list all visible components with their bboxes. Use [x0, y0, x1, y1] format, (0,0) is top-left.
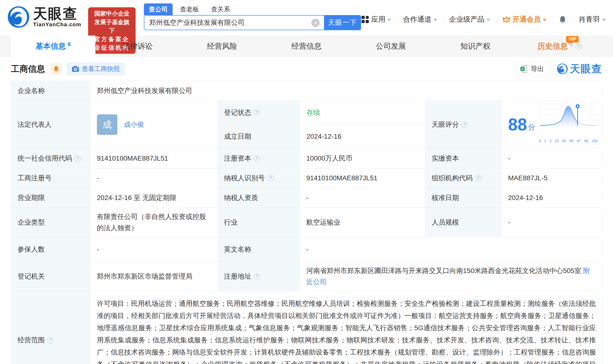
logo-title: 天眼查 — [33, 6, 81, 21]
reg-address-label: 注册地址 ? — [217, 262, 300, 291]
business-scope-value: 许可项目：民用机场运营；通用航空服务；民用航空器维修；民用航空维修人员培训；检验… — [90, 291, 602, 364]
monitor-bell-button[interactable] — [50, 63, 62, 75]
business-term-label: 营业期限 — [11, 188, 90, 208]
help-icon[interactable]: ? — [47, 337, 54, 344]
legal-rep-cell: 成 成小俊 — [90, 101, 217, 148]
industry-value: 航空运输业 — [300, 208, 425, 237]
search-box: × — [144, 15, 324, 30]
tab-business-info[interactable]: 经营信息 — [264, 36, 349, 57]
logo-swirl-icon — [7, 6, 30, 28]
legal-rep-name-link[interactable]: 成小俊 — [124, 119, 144, 130]
crown-icon — [502, 15, 510, 24]
search-button[interactable]: 天眼一下 — [324, 15, 361, 30]
help-icon[interactable]: ? — [267, 175, 274, 182]
chevron-down-icon — [486, 19, 490, 21]
export-button-label: 导出 — [531, 65, 544, 73]
reg-authority-value: 郑州市郑东新区市场监督管理局 — [90, 262, 217, 291]
bell-icon — [53, 65, 60, 72]
reg-address-cell: 河南省郑州市郑东新区圃田泽路与开来路交叉口向南150米路西金光花苑文化活动中心5… — [300, 262, 602, 291]
label-text: 统一社会信用代码 — [17, 153, 72, 164]
nav-partner-label: 合作通道 — [403, 15, 431, 24]
clear-search-icon[interactable]: × — [311, 19, 320, 27]
nav-divider — [573, 16, 573, 23]
tab-history-info[interactable]: VIP 历史信息 3 ? — [518, 36, 602, 57]
approval-date-value: 2024-12-16 — [502, 188, 602, 208]
table-row: 经营范围 ? 许可项目：民用机场运营；通用航空服务；民用航空器维修；民用航空维修… — [11, 291, 602, 364]
logo-subtitle: TianYanCha.com — [33, 21, 81, 28]
company-name-label: 企业名称 — [11, 81, 90, 101]
nav-apps-label: 应用 — [371, 15, 385, 24]
notification-bell-button[interactable] — [559, 15, 567, 24]
help-icon[interactable]: ? — [461, 121, 468, 128]
company-name-value: 郑州低空产业科技发展有限公司 — [90, 81, 602, 101]
status-date-block: 登记状态 ? 存续 成立日期 2024-12-16 — [217, 101, 425, 148]
table-row: 登记机关 郑州市郑东新区市场监督管理局 注册地址 ? 河南省郑州市郑东新区圃田泽… — [11, 261, 602, 291]
label-text: 经营范围 — [17, 335, 45, 346]
help-icon[interactable]: ? — [575, 43, 582, 50]
nav-item-partner[interactable]: 合作通道 — [403, 15, 437, 24]
label-text: 天眼评分 — [432, 119, 459, 130]
chevron-down-icon — [387, 19, 391, 21]
staff-size-label: 人员规模 — [425, 208, 502, 237]
nav-divider — [443, 16, 443, 23]
insured-count-label: 参保人数 — [11, 237, 90, 261]
search-input[interactable] — [144, 15, 324, 30]
business-term-value: 2024-12-16 至 无固定期限 — [90, 188, 217, 208]
bell-curve-chart — [539, 103, 598, 131]
table-row: 企业类型 有限责任公司（非自然人投资或控股的法人独资） 行业 航空运输业 人员规… — [11, 208, 602, 237]
excel-icon: X — [520, 65, 528, 73]
nav-item-vip[interactable]: 开通会员 — [502, 15, 546, 24]
tab-legal-proceedings[interactable]: 法律诉讼 — [95, 36, 180, 57]
help-icon[interactable]: ? — [475, 175, 481, 182]
score-distribution-chart: 01 315 5085 9799 100 — [539, 103, 598, 146]
reg-capital-label: 注册资本 ? — [217, 149, 300, 168]
reg-status-subrow: 登记状态 ? 存续 — [218, 101, 425, 125]
table-row: 法定代表人 成 成小俊 登记状态 ? 存续 成立日期 2024-12-16 — [11, 101, 602, 148]
reg-capital-value: 10000万人民币 — [300, 149, 425, 168]
help-icon[interactable]: ? — [254, 155, 260, 162]
app-grid-icon — [361, 15, 369, 24]
help-icon[interactable]: ? — [254, 273, 260, 280]
english-name-label: 英文名称 — [217, 237, 300, 261]
camera-icon — [72, 65, 79, 73]
taxpayer-id-label: 纳税人识别号 ? — [217, 168, 300, 188]
tab-label: 基本信息 — [36, 41, 66, 51]
gov-badge-line1: 国家中小企业发展子基金旗下 — [92, 9, 132, 35]
search-tab-boss[interactable]: 查老板 — [175, 3, 204, 15]
business-info-section-header: 工商信息 查看工商快照 — [0, 57, 613, 81]
insured-count-value: - — [90, 237, 217, 261]
business-scope-label: 经营范围 ? — [11, 291, 90, 364]
search-tab-relation[interactable]: 查关系 — [206, 3, 235, 15]
staff-size-value: - — [502, 208, 602, 237]
paid-capital-value: - — [502, 149, 602, 168]
label-text: 注册地址 — [224, 271, 251, 282]
tab-basic-info[interactable]: 基本信息 6 — [11, 36, 95, 57]
search-tab-company[interactable]: 查公司 — [144, 3, 173, 15]
tab-label: 法律诉讼 — [122, 41, 153, 51]
label-text: 纳税人识别号 — [224, 172, 265, 184]
view-business-snapshot-button[interactable]: 查看工商快照 — [67, 63, 124, 75]
nav-item-enterprise[interactable]: 企业级产品 — [449, 15, 490, 24]
score-value: 88 — [508, 116, 527, 133]
tab-company-development[interactable]: 公司发展 — [349, 36, 433, 57]
nav-enterprise-label: 企业级产品 — [449, 15, 484, 24]
tianyancha-logo[interactable]: 天眼查 TianYanCha.com — [7, 6, 81, 28]
help-icon[interactable]: ? — [75, 155, 81, 162]
establish-date-subrow: 成立日期 2024-12-16 — [218, 125, 425, 149]
avatar: 成 — [97, 114, 117, 135]
credit-code-value: 91410100MAE887JL51 — [90, 149, 217, 168]
nav-item-apps[interactable]: 应用 — [361, 15, 391, 24]
tab-intellectual-property[interactable]: 知识产权 — [433, 36, 518, 57]
vip-badge: VIP — [566, 36, 579, 43]
tab-business-risk[interactable]: 经营风险 — [180, 36, 264, 57]
reg-number-label: 工商注册号 — [11, 168, 90, 188]
taxpayer-qualification-label: 纳税人资质 — [217, 188, 300, 208]
user-menu[interactable]: 肖青羽 — [579, 15, 606, 24]
nav-divider — [397, 16, 397, 23]
search-type-tabs: 查公司 查老板 查关系 — [144, 3, 361, 15]
export-button[interactable]: X 导出 — [514, 62, 550, 76]
table-row: 营业期限 2024-12-16 至 无固定期限 纳税人资质 - 核准日期 202… — [11, 188, 602, 208]
table-row: 企业名称 郑州低空产业科技发展有限公司 — [11, 81, 602, 101]
section-title: 工商信息 — [11, 63, 45, 75]
help-icon[interactable]: ? — [254, 109, 260, 116]
